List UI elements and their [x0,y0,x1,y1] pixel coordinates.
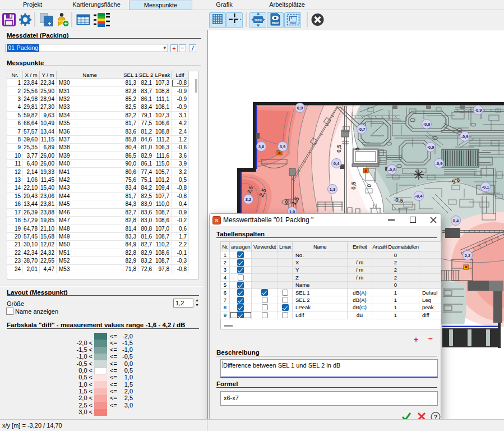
svg-text:BMP: BMP [290,21,297,25]
svg-text:-0,4: -0,4 [415,194,423,199]
svg-text:-0,8: -0,8 [389,167,396,172]
svg-text:0,5: 0,5 [336,144,342,153]
svg-text:3,2: 3,2 [246,197,251,202]
svg-text:2,2: 2,2 [465,253,470,258]
svg-text:-0,9: -0,9 [475,108,482,113]
svg-text:BMP: BMP [272,21,279,25]
svg-text:0,5: 0,5 [350,181,357,190]
svg-text:-0,1: -0,1 [482,185,489,190]
svg-text:S: S [215,218,218,223]
svg-text:3,6: 3,6 [258,144,264,149]
svg-text:3,9: 3,9 [280,144,285,149]
svg-text:0,4: 0,4 [453,218,459,223]
svg-text:-0,9: -0,9 [423,122,431,127]
svg-text:0: 0 [285,199,288,205]
svg-text:0,9: 0,9 [297,106,303,111]
svg-text:0,4: 0,4 [334,161,340,166]
svg-text:-0,9: -0,9 [461,134,469,139]
svg-text:0: 0 [366,184,372,187]
svg-text:1,3: 1,3 [330,187,335,192]
svg-text:-0,9: -0,9 [427,145,434,150]
svg-text:-0,9: -0,9 [436,161,443,166]
svg-text:-0,7: -0,7 [358,127,366,132]
svg-text:100%: 100% [254,19,262,22]
